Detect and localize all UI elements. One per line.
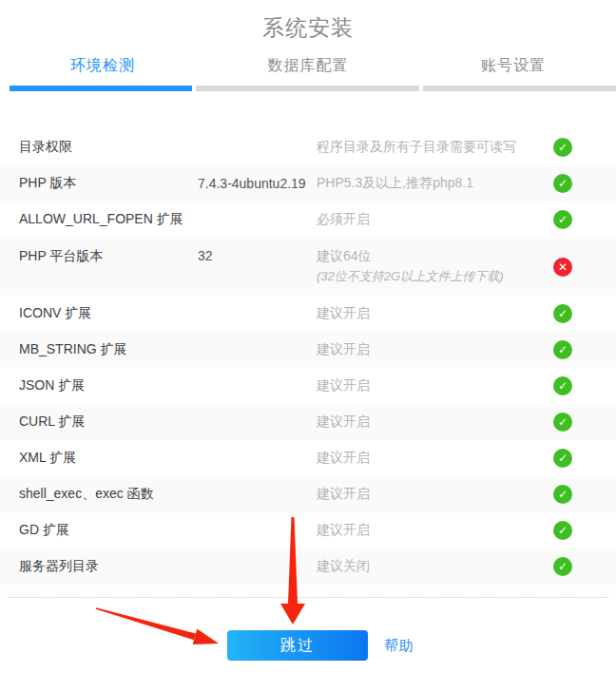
check-requirement-text: 建议开启 bbox=[317, 377, 553, 394]
status-icon: ✓ bbox=[553, 174, 572, 193]
check-name: PHP 版本 bbox=[0, 175, 198, 192]
check-name: PHP 平台版本 bbox=[0, 238, 198, 265]
check-requirement: 必须开启 bbox=[317, 211, 553, 228]
progress-segment-inactive bbox=[196, 86, 419, 91]
check-row: 服务器列目录 建议关闭 ✓ bbox=[0, 548, 616, 585]
check-requirement-text: 建议开启 bbox=[317, 413, 553, 431]
page-title: 系统安装 bbox=[0, 13, 616, 43]
check-name: 目录权限 bbox=[0, 139, 198, 156]
status-icon: ✓ bbox=[553, 413, 572, 432]
check-row: XML 扩展 建议开启 ✓ bbox=[0, 440, 616, 476]
status-icon: ✓ bbox=[553, 449, 572, 468]
check-current-value: 32 bbox=[198, 238, 317, 263]
progress-segment-active bbox=[10, 86, 192, 91]
check-requirement-text: 建议关闭 bbox=[317, 558, 553, 575]
check-status-cell: ✓ bbox=[553, 376, 616, 395]
check-row: JSON 扩展 建议开启 ✓ bbox=[0, 368, 616, 404]
tab-database-config[interactable]: 数据库配置 bbox=[205, 51, 411, 80]
check-requirement-text: 必须开启 bbox=[317, 211, 553, 228]
check-status-cell: ✓ bbox=[553, 557, 616, 576]
check-status-cell: ✓ bbox=[553, 485, 616, 504]
check-name: GD 扩展 bbox=[0, 522, 198, 539]
diagonal-annotation-arrow bbox=[96, 607, 219, 644]
help-link[interactable]: 帮助 bbox=[384, 630, 414, 661]
check-requirement-text: 程序目录及所有子目录需要可读写 bbox=[317, 139, 553, 156]
status-icon: ✓ bbox=[553, 521, 572, 540]
check-status-cell: ✓ bbox=[553, 521, 616, 540]
check-row: GD 扩展 建议开启 ✓ bbox=[0, 512, 616, 548]
check-row: ICONV 扩展 建议开启 ✓ bbox=[0, 296, 616, 332]
status-icon: ✓ bbox=[553, 557, 572, 576]
check-requirement-text: 建议开启 bbox=[317, 486, 553, 503]
check-status-cell: ✓ bbox=[553, 413, 616, 432]
check-status-cell: ✓ bbox=[553, 340, 616, 359]
status-icon: ✓ bbox=[553, 376, 572, 395]
check-name: ALLOW_URL_FOPEN 扩展 bbox=[0, 211, 198, 228]
check-row: PHP 版本 7.4.3-4ubuntu2.19 PHP5.3及以上,推荐php… bbox=[0, 165, 616, 202]
check-name: XML 扩展 bbox=[0, 450, 198, 467]
status-icon: ✓ bbox=[553, 340, 572, 359]
check-requirement-note: (32位不支持2G以上文件上传下载) bbox=[317, 268, 553, 285]
check-row: CURL 扩展 建议开启 ✓ bbox=[0, 404, 616, 440]
check-name: JSON 扩展 bbox=[0, 377, 198, 394]
check-requirement: 建议开启 bbox=[317, 341, 553, 358]
status-icon: ✓ bbox=[553, 138, 572, 157]
status-icon: ✕ bbox=[553, 258, 572, 277]
check-requirement-text: 建议开启 bbox=[317, 450, 553, 467]
check-status-cell: ✓ bbox=[553, 449, 616, 468]
status-icon: ✓ bbox=[553, 210, 572, 229]
status-icon: ✓ bbox=[553, 485, 572, 504]
check-requirement-text: 建议开启 bbox=[317, 305, 553, 322]
check-requirement: 建议开启 bbox=[317, 450, 553, 467]
check-status-cell: ✓ bbox=[553, 138, 616, 157]
check-requirement-text: PHP5.3及以上,推荐php8.1 bbox=[317, 175, 553, 192]
check-status-cell: ✓ bbox=[553, 210, 616, 229]
check-requirement: 建议开启 bbox=[317, 486, 553, 503]
env-check-table: 目录权限 程序目录及所有子目录需要可读写 ✓ PHP 版本 7.4.3-4ubu… bbox=[0, 129, 616, 585]
check-name: 服务器列目录 bbox=[0, 558, 198, 575]
progress-segment-inactive bbox=[423, 86, 616, 91]
check-name: shell_exec、exec 函数 bbox=[0, 486, 198, 503]
check-current-value: 7.4.3-4ubuntu2.19 bbox=[198, 176, 317, 191]
check-requirement-text: 建议64位 bbox=[317, 248, 553, 265]
check-row: PHP 平台版本 32 建议64位 (32位不支持2G以上文件上传下载) ✕ bbox=[0, 238, 616, 296]
check-status-cell: ✓ bbox=[553, 304, 616, 323]
check-row: 目录权限 程序目录及所有子目录需要可读写 ✓ bbox=[0, 129, 616, 165]
tab-bar: 环境检测 数据库配置 账号设置 bbox=[0, 51, 616, 80]
check-status-cell: ✕ bbox=[553, 258, 616, 277]
tab-account-settings[interactable]: 账号设置 bbox=[411, 51, 616, 80]
check-requirement: 建议开启 bbox=[317, 377, 553, 394]
check-requirement: 建议开启 bbox=[317, 305, 553, 322]
check-requirement: 建议64位 (32位不支持2G以上文件上传下载) bbox=[317, 238, 553, 285]
check-name: CURL 扩展 bbox=[0, 413, 198, 431]
installer-page: 系统安装 环境检测 数据库配置 账号设置 目录权限 程序目录及所有子目录需要可读… bbox=[0, 0, 616, 673]
check-row: shell_exec、exec 函数 建议开启 ✓ bbox=[0, 476, 616, 512]
check-requirement-text: 建议开启 bbox=[317, 522, 553, 539]
check-name: MB_STRING 扩展 bbox=[0, 341, 198, 358]
check-requirement: 建议开启 bbox=[317, 522, 553, 539]
check-requirement: PHP5.3及以上,推荐php8.1 bbox=[317, 175, 553, 192]
check-row: ALLOW_URL_FOPEN 扩展 必须开启 ✓ bbox=[0, 202, 616, 238]
check-name: ICONV 扩展 bbox=[0, 305, 198, 322]
footer-divider bbox=[8, 597, 608, 598]
status-icon: ✓ bbox=[553, 304, 572, 323]
check-row: MB_STRING 扩展 建议开启 ✓ bbox=[0, 332, 616, 368]
check-requirement-text: 建议开启 bbox=[317, 341, 553, 358]
check-requirement: 程序目录及所有子目录需要可读写 bbox=[317, 139, 553, 156]
check-status-cell: ✓ bbox=[553, 174, 616, 193]
tab-environment-check[interactable]: 环境检测 bbox=[0, 51, 205, 80]
skip-button[interactable]: 跳过 bbox=[227, 630, 368, 661]
check-requirement: 建议开启 bbox=[317, 413, 553, 431]
check-requirement: 建议关闭 bbox=[317, 558, 553, 575]
